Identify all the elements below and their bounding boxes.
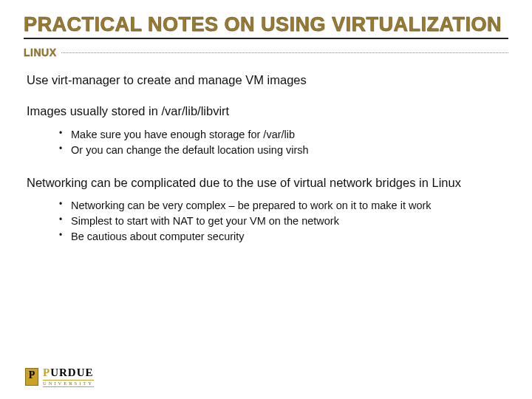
logo-name-rest: URDUE [50, 366, 93, 378]
logo-name: PURDUE [43, 367, 94, 378]
sublist-2: Networking can be very complex – be prep… [27, 198, 508, 245]
slide: PRACTICAL NOTES ON USING VIRTUALIZATION … [0, 0, 532, 399]
title-rule [24, 38, 508, 39]
purdue-logo: PURDUE UNIVERSITY [25, 367, 94, 388]
list-item: Be cautious about computer security [59, 229, 508, 245]
list-item: Simplest to start with NAT to get your V… [59, 214, 508, 229]
list-item: Or you can change the default location u… [59, 143, 508, 158]
slide-subtitle: LINUX [24, 47, 57, 58]
paragraph-3: Networking can be complicated due to the… [27, 174, 508, 191]
content: Use virt-manager to create and manage VM… [24, 72, 508, 245]
logo-badge-icon [25, 368, 38, 386]
logo-subtext: UNIVERSITY [43, 380, 94, 388]
paragraph-1: Use virt-manager to create and manage VM… [27, 72, 508, 88]
list-item: Networking can be very complex – be prep… [59, 198, 508, 214]
sublist-1: Make sure you have enough storage for /v… [27, 127, 508, 158]
paragraph-2: Images usually stored in /var/lib/libvir… [27, 103, 508, 119]
list-item: Make sure you have enough storage for /v… [59, 127, 508, 143]
dotted-rule [61, 52, 509, 53]
subtitle-row: LINUX [24, 47, 508, 58]
slide-title: PRACTICAL NOTES ON USING VIRTUALIZATION [24, 13, 508, 36]
logo-name-accent: P [43, 366, 50, 378]
logo-text: PURDUE UNIVERSITY [43, 367, 94, 388]
